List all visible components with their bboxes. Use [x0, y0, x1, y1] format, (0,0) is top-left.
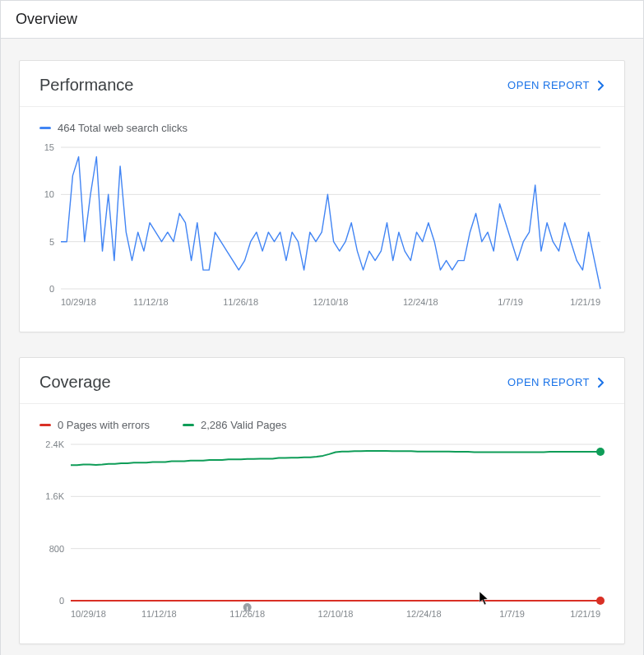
performance-chart: 05101510/29/1811/12/1811/26/1812/10/1812… — [20, 134, 624, 332]
legend-swatch-green — [183, 424, 194, 426]
svg-text:12/10/18: 12/10/18 — [313, 297, 349, 307]
open-report-performance[interactable]: OPEN REPORT — [507, 79, 605, 91]
performance-card-header: Performance OPEN REPORT — [20, 61, 624, 107]
coverage-title: Coverage — [39, 373, 111, 392]
performance-legend: 464 Total web search clicks — [20, 107, 624, 134]
overview-panel: Overview Performance OPEN REPORT 464 Tot… — [0, 0, 644, 655]
svg-text:5: 5 — [49, 237, 54, 247]
coverage-card: Coverage OPEN REPORT 0 Pages with errors… — [19, 357, 625, 644]
performance-title: Performance — [39, 76, 134, 95]
coverage-card-header: Coverage OPEN REPORT — [20, 358, 624, 404]
legend-swatch-blue — [39, 127, 51, 129]
legend-swatch-red — [39, 424, 51, 426]
legend-label: 464 Total web search clicks — [58, 122, 188, 134]
svg-text:11/12/18: 11/12/18 — [141, 609, 177, 619]
open-report-label: OPEN REPORT — [507, 79, 590, 91]
svg-text:15: 15 — [44, 142, 54, 152]
svg-text:12/24/18: 12/24/18 — [403, 297, 438, 307]
svg-text:10: 10 — [44, 189, 54, 199]
legend-item-errors: 0 Pages with errors — [39, 419, 150, 431]
svg-text:i: i — [247, 605, 248, 612]
svg-text:0: 0 — [49, 284, 54, 294]
svg-point-32 — [596, 597, 605, 605]
overview-body: Performance OPEN REPORT 464 Total web se… — [1, 39, 643, 655]
svg-text:10/29/18: 10/29/18 — [71, 609, 106, 619]
svg-text:800: 800 — [49, 544, 64, 554]
legend-label: 2,286 Valid Pages — [201, 419, 287, 431]
legend-item-clicks: 464 Total web search clicks — [39, 122, 188, 134]
svg-text:1/7/19: 1/7/19 — [499, 609, 525, 619]
svg-text:1/21/19: 1/21/19 — [570, 609, 600, 619]
coverage-legend: 0 Pages with errors 2,286 Valid Pages — [20, 404, 624, 431]
chevron-right-icon — [598, 81, 605, 91]
svg-point-33 — [596, 448, 605, 456]
performance-card: Performance OPEN REPORT 464 Total web se… — [19, 60, 625, 332]
legend-item-valid: 2,286 Valid Pages — [183, 419, 287, 431]
svg-text:12/24/18: 12/24/18 — [406, 609, 442, 619]
svg-text:1/7/19: 1/7/19 — [498, 297, 523, 307]
svg-text:0: 0 — [59, 596, 64, 606]
svg-text:1/21/19: 1/21/19 — [570, 297, 600, 307]
svg-text:2.4K: 2.4K — [45, 439, 64, 449]
coverage-chart-svg: 08001.6K2.4K10/29/1811/12/1811/26/1812/1… — [39, 434, 607, 624]
legend-label: 0 Pages with errors — [58, 419, 150, 431]
open-report-label: OPEN REPORT — [507, 376, 590, 388]
svg-text:1.6K: 1.6K — [45, 491, 64, 501]
chevron-right-icon — [598, 378, 605, 388]
performance-chart-svg: 05101510/29/1811/12/1811/26/1812/10/1812… — [39, 137, 607, 312]
open-report-coverage[interactable]: OPEN REPORT — [507, 376, 605, 388]
coverage-chart: 08001.6K2.4K10/29/1811/12/1811/26/1812/1… — [20, 431, 624, 643]
svg-text:11/12/18: 11/12/18 — [133, 297, 169, 307]
overview-header: Overview — [1, 1, 643, 39]
page-title: Overview — [16, 11, 77, 27]
svg-text:12/10/18: 12/10/18 — [318, 609, 354, 619]
svg-text:11/26/18: 11/26/18 — [223, 297, 258, 307]
svg-text:10/29/18: 10/29/18 — [61, 297, 96, 307]
